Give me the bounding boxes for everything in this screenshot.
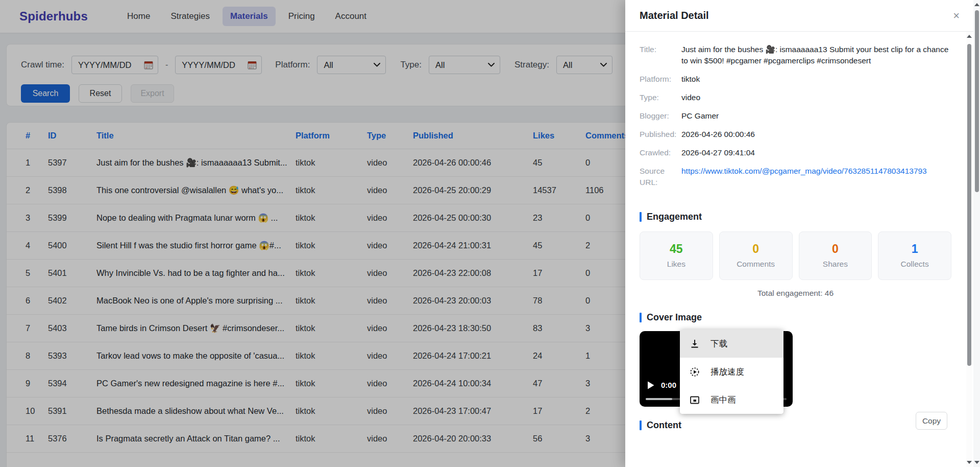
field-platform: Platform: tiktok: [640, 74, 951, 85]
page-scrollbar-thumb[interactable]: [975, 10, 979, 192]
field-label: Platform:: [640, 74, 681, 85]
playback-speed-icon: [690, 367, 700, 377]
field-value: 2026-04-26 00:00:46: [681, 129, 755, 140]
pip-icon: [690, 395, 700, 405]
drawer-title: Material Detail: [640, 10, 709, 21]
drawer-scrollbar-thumb[interactable]: [967, 44, 971, 366]
download-icon: [690, 339, 700, 349]
engagement-stats: 45 Likes 0 Comments 0 Shares 1 Collects: [640, 231, 951, 280]
stat-card: 1 Collects: [878, 231, 951, 280]
scroll-up-icon[interactable]: [967, 35, 972, 38]
cover-image-heading: Cover Image: [640, 312, 951, 323]
stat-label: Comments: [737, 260, 775, 269]
engagement-heading: Engagement: [640, 212, 951, 222]
field-label: Source URL:: [640, 166, 681, 188]
field-type: Type: video: [640, 92, 951, 103]
stat-value: 45: [670, 243, 683, 255]
scroll-down-icon[interactable]: [974, 461, 979, 464]
stat-label: Collects: [901, 260, 929, 269]
material-detail-drawer: Material Detail × Title: Just aim for th…: [625, 0, 980, 467]
close-icon[interactable]: ×: [953, 10, 960, 21]
menu-item-label: 画中画: [710, 394, 736, 406]
content-section: Content Copy: [640, 420, 951, 442]
field-label: Published:: [640, 129, 681, 140]
field-label: Crawled:: [640, 147, 681, 158]
field-value: PC Gamer: [681, 110, 719, 122]
field-label: Type:: [640, 92, 681, 103]
field-source-url: Source URL: https://www.tiktok.com/@pcga…: [640, 166, 951, 188]
field-published: Published: 2026-04-26 00:00:46: [640, 129, 951, 140]
copy-button[interactable]: Copy: [916, 412, 947, 430]
menu-item-playback-speed[interactable]: 播放速度: [680, 358, 783, 386]
section-accent-bar: [640, 421, 642, 430]
stat-value: 0: [832, 243, 839, 255]
stat-card: 0 Shares: [799, 231, 872, 280]
video-time: 0:00: [661, 381, 676, 389]
field-value: tiktok: [681, 74, 700, 85]
field-label: Blogger:: [640, 110, 681, 122]
menu-item-label: 下载: [710, 338, 727, 349]
section-accent-bar: [640, 313, 642, 322]
stat-card: 45 Likes: [640, 231, 713, 280]
drawer-body: Title: Just aim for the bushes 🎥: ismaaa…: [625, 32, 980, 467]
stat-label: Shares: [823, 260, 848, 269]
stat-label: Likes: [667, 260, 685, 269]
field-blogger: Blogger: PC Gamer: [640, 110, 951, 122]
stat-value: 0: [752, 243, 759, 255]
menu-item-picture-in-picture[interactable]: 画中画: [680, 386, 783, 414]
source-url-link[interactable]: https://www.tiktok.com/@pcgamer_mag/vide…: [681, 166, 927, 188]
field-label: Title:: [640, 44, 681, 66]
total-engagement: Total engagement: 46: [640, 289, 951, 298]
menu-item-download[interactable]: 下载: [680, 330, 783, 358]
video-context-menu: 下载 播放速度 画中画: [680, 330, 783, 414]
scroll-up-icon[interactable]: [974, 3, 979, 6]
stat-card: 0 Comments: [719, 231, 793, 280]
play-icon[interactable]: [647, 381, 654, 389]
drawer-header: Material Detail ×: [625, 0, 980, 32]
field-value: video: [681, 92, 700, 103]
field-title: Title: Just aim for the bushes 🎥: ismaaa…: [640, 44, 951, 66]
content-heading: Content: [640, 420, 951, 431]
menu-item-label: 播放速度: [710, 366, 744, 378]
field-value: 2026-04-27 09:41:04: [681, 147, 755, 158]
drawer-scrollbar[interactable]: [966, 32, 972, 467]
field-crawled: Crawled: 2026-04-27 09:41:04: [640, 147, 951, 158]
stat-value: 1: [912, 243, 918, 255]
page-scrollbar[interactable]: [973, 0, 980, 467]
scroll-down-icon[interactable]: [967, 461, 972, 464]
section-accent-bar: [640, 212, 642, 222]
field-value: Just aim for the bushes 🎥: ismaaaaaa13 S…: [681, 44, 951, 66]
